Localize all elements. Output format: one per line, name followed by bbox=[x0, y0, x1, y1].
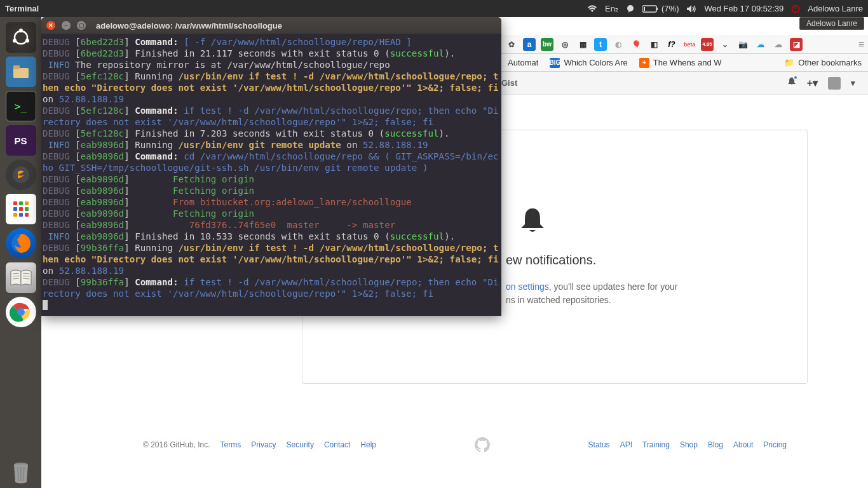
window-close-icon[interactable]: ✕ bbox=[46, 21, 55, 30]
svg-rect-10 bbox=[13, 68, 29, 78]
svg-point-0 bbox=[627, 5, 634, 11]
power-icon[interactable] bbox=[791, 4, 800, 13]
bookmark-icon: BIG bbox=[550, 58, 560, 68]
language-indicator[interactable]: En₂ bbox=[605, 4, 618, 13]
svg-point-8 bbox=[25, 39, 29, 43]
footer-link[interactable]: Contact bbox=[324, 440, 350, 449]
svg-rect-11 bbox=[13, 65, 20, 69]
extension-icon[interactable]: 📷 bbox=[736, 38, 749, 51]
terminal-window: ✕ – ▢ adelowo@adelowo: /var/www/html/sch… bbox=[41, 17, 501, 316]
extension-icon[interactable]: ✿ bbox=[505, 38, 518, 51]
notifications-body: on settings, you'll see updates here for… bbox=[506, 280, 782, 307]
terminal-titlebar[interactable]: ✕ – ▢ adelowo@adelowo: /var/www/html/sch… bbox=[41, 17, 501, 34]
footer-link[interactable]: About bbox=[733, 440, 753, 449]
terminal-title: adelowo@adelowo: /var/www/html/schoollog… bbox=[96, 21, 282, 30]
clock[interactable]: Wed Feb 17 09:52:39 bbox=[704, 4, 783, 13]
bookmarks-bar: Automat BIGWhich Colors Are +The Whens a… bbox=[501, 54, 868, 72]
svg-point-7 bbox=[19, 29, 23, 32]
extension-icon[interactable]: ◪ bbox=[790, 38, 803, 51]
battery-indicator[interactable]: (7%) bbox=[642, 4, 679, 13]
footer-link[interactable]: Blog bbox=[708, 440, 723, 449]
footer-link[interactable]: Terms bbox=[220, 440, 241, 449]
extension-icon[interactable]: ☁ bbox=[772, 38, 785, 51]
launcher-phpstorm-icon[interactable]: PS bbox=[6, 125, 36, 156]
extension-icon[interactable]: bw bbox=[541, 38, 553, 51]
other-bookmarks[interactable]: 📁Other bookmarks bbox=[784, 58, 862, 67]
launcher-firefox-icon[interactable] bbox=[6, 228, 36, 259]
extension-icon[interactable]: 🎈 bbox=[630, 38, 642, 51]
browser-menu-icon[interactable]: ≡ bbox=[858, 39, 864, 50]
github-mark-icon[interactable] bbox=[475, 437, 490, 452]
top-panel: Terminal En₂ (7%) Wed Feb 17 09:52:39 Ad… bbox=[0, 0, 868, 17]
launcher: >_ PS bbox=[0, 17, 41, 488]
user-badge[interactable]: Adelowo Lanre bbox=[799, 17, 864, 30]
extension-icon[interactable]: f? bbox=[665, 38, 678, 51]
folder-icon: 📁 bbox=[784, 58, 794, 67]
wifi-icon[interactable] bbox=[587, 5, 597, 13]
copyright: © 2016 GitHub, Inc. bbox=[143, 440, 210, 449]
extension-icon[interactable]: t bbox=[594, 38, 607, 51]
svg-rect-2 bbox=[656, 8, 658, 10]
terminal-output[interactable]: DEBUG [6bed22d3] Command: [ -f /var/www/… bbox=[41, 34, 501, 316]
svg-rect-3 bbox=[644, 7, 645, 11]
chat-icon[interactable] bbox=[626, 4, 635, 13]
bookmark-item[interactable]: Automat bbox=[508, 58, 538, 67]
extension-icon[interactable]: ▦ bbox=[576, 38, 589, 51]
window-maximize-icon[interactable]: ▢ bbox=[77, 21, 86, 30]
launcher-terminal-icon[interactable]: >_ bbox=[6, 91, 36, 121]
footer-link[interactable]: Help bbox=[360, 440, 376, 449]
create-new-icon[interactable]: +▾ bbox=[807, 77, 818, 89]
github-header: Gist +▾ ▾ bbox=[501, 72, 868, 95]
footer-link[interactable]: API bbox=[620, 440, 632, 449]
notification-dot bbox=[793, 75, 798, 80]
volume-icon[interactable] bbox=[686, 4, 696, 13]
bell-icon bbox=[520, 207, 782, 240]
svg-point-12 bbox=[13, 166, 29, 183]
user-name[interactable]: Adelowo Lanre bbox=[808, 4, 863, 13]
footer-link[interactable]: Status bbox=[588, 440, 610, 449]
nav-gist[interactable]: Gist bbox=[501, 78, 517, 88]
footer-link[interactable]: Shop bbox=[680, 440, 698, 449]
footer-link[interactable]: Pricing bbox=[763, 440, 787, 449]
avatar[interactable] bbox=[828, 77, 841, 90]
extension-icon[interactable]: ◐ bbox=[612, 38, 625, 51]
bookmark-item[interactable]: +The Whens and W bbox=[639, 58, 722, 68]
extension-icon[interactable]: beta bbox=[683, 38, 696, 51]
extension-row: ✿ a bw ◎ ▦ t ◐ 🎈 ◧ f? beta 4.05 ⌄ 📷 ☁ ☁ … bbox=[501, 35, 868, 54]
launcher-sublime-icon[interactable] bbox=[6, 159, 36, 190]
extension-icon[interactable]: a bbox=[523, 38, 536, 51]
footer-link[interactable]: Security bbox=[287, 440, 314, 449]
svg-point-9 bbox=[13, 39, 17, 43]
active-app-name: Terminal bbox=[5, 4, 39, 13]
launcher-files-icon[interactable] bbox=[6, 57, 36, 87]
extension-icon[interactable]: ◧ bbox=[648, 38, 660, 51]
footer-link[interactable]: Training bbox=[642, 440, 670, 449]
svg-point-6 bbox=[15, 31, 27, 44]
notification-settings-link[interactable]: on settings bbox=[506, 281, 549, 292]
launcher-chrome-icon[interactable] bbox=[6, 297, 36, 327]
browser-chrome-partial: ✿ a bw ◎ ▦ t ◐ 🎈 ◧ f? beta 4.05 ⌄ 📷 ☁ ☁ … bbox=[501, 35, 868, 72]
notifications-heading: ew notifications. bbox=[506, 253, 782, 268]
extension-icon[interactable]: ☁ bbox=[754, 38, 767, 51]
launcher-dash-icon[interactable] bbox=[6, 22, 36, 53]
extension-icon[interactable]: ⌄ bbox=[719, 38, 731, 51]
launcher-trash-icon[interactable] bbox=[6, 458, 36, 488]
github-footer: © 2016 GitHub, Inc. TermsPrivacySecurity… bbox=[143, 437, 792, 452]
footer-link[interactable]: Privacy bbox=[251, 440, 276, 449]
launcher-apps-icon[interactable] bbox=[6, 194, 36, 224]
bookmark-item[interactable]: BIGWhich Colors Are bbox=[550, 58, 627, 68]
notifications-bell-icon[interactable] bbox=[787, 76, 797, 90]
extension-icon[interactable]: 4.05 bbox=[701, 38, 714, 51]
bookmark-icon: + bbox=[639, 58, 649, 68]
window-minimize-icon[interactable]: – bbox=[62, 21, 71, 30]
extension-icon[interactable]: ◎ bbox=[559, 38, 571, 51]
launcher-dictionary-icon[interactable] bbox=[6, 262, 36, 293]
